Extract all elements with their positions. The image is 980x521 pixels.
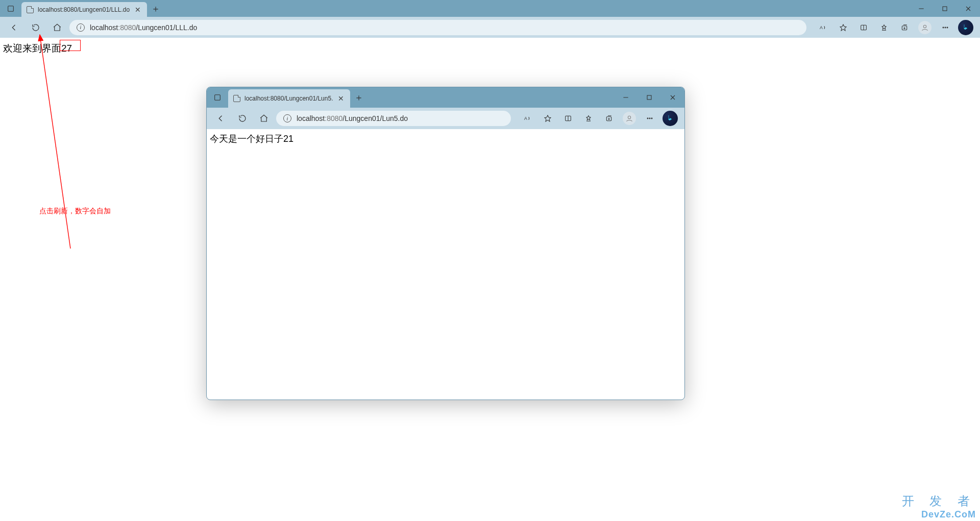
svg-line-20 [40,35,70,249]
url-text: localhost:8080/Lungcen01/Lun5.do [297,114,408,122]
svg-point-36 [628,116,630,118]
inner-page-content: 今天是一个好日子21 [207,129,684,148]
bing-button[interactable] [661,110,679,127]
watermark-en: DevZe.CoM [902,509,976,520]
svg-marker-6 [840,24,846,31]
bing-icon [958,20,973,35]
refresh-button[interactable] [233,110,252,127]
outer-tab[interactable]: localhost:8080/Lungcen01/LLL.do ✕ [21,2,147,17]
new-tab-button[interactable]: ＋ [147,0,164,17]
svg-rect-2 [943,7,947,11]
address-bar[interactable]: i localhost:8080/Lungcen01/LLL.do [69,20,806,35]
svg-point-15 [923,25,926,28]
site-info-icon[interactable]: i [283,114,291,122]
inner-window-controls [614,87,684,108]
site-info-icon[interactable]: i [77,23,85,32]
annotation-highlight-box [60,40,81,51]
svg-point-17 [945,27,946,28]
tab-actions-button[interactable] [0,0,21,17]
maximize-button[interactable] [933,0,957,17]
more-menu-icon[interactable] [641,110,659,127]
split-screen-icon[interactable] [559,110,577,127]
outer-page-content: 欢迎来到界面27 [0,38,980,59]
svg-point-37 [647,118,648,119]
svg-marker-30 [586,116,591,120]
minimize-button[interactable] [614,87,638,108]
favorites-list-icon[interactable] [579,110,598,127]
tab-title: localhost:8080/Lungcen01/Lun5. [244,95,333,102]
maximize-button[interactable] [638,87,661,108]
close-tab-icon[interactable]: ✕ [134,6,142,14]
bing-icon [663,111,678,126]
read-aloud-icon[interactable]: A [518,110,536,127]
read-aloud-icon[interactable]: A [814,19,832,36]
split-screen-icon[interactable] [854,19,873,36]
svg-point-38 [649,118,650,119]
svg-text:A: A [524,116,527,121]
favorite-icon[interactable] [834,19,852,36]
favorite-icon[interactable] [538,110,557,127]
home-button[interactable] [48,19,66,36]
inner-address-bar[interactable]: i localhost:8080/Lungcen01/Lun5.do [276,111,511,126]
svg-rect-0 [8,6,14,11]
window-controls [910,0,980,17]
page-icon [233,95,240,102]
outer-titlebar: localhost:8080/Lungcen01/LLL.do ✕ ＋ [0,0,980,17]
svg-marker-27 [545,115,551,121]
favorites-list-icon[interactable] [875,19,893,36]
annotation-text: 点击刷新，数字会自加 [39,207,111,216]
url-text: localhost:8080/Lungcen01/LLL.do [90,23,197,32]
window-close-button[interactable] [661,87,684,108]
more-menu-icon[interactable] [936,19,954,36]
profile-avatar[interactable] [620,110,639,127]
svg-point-39 [651,118,652,119]
svg-rect-23 [647,95,651,100]
refresh-button[interactable] [27,19,45,36]
bing-button[interactable] [957,19,975,36]
tab-title: localhost:8080/Lungcen01/LLL.do [38,6,130,13]
inner-tab[interactable]: localhost:8080/Lungcen01/Lun5. ✕ [228,89,350,108]
inner-new-tab-button[interactable]: ＋ [350,87,368,108]
svg-rect-21 [215,95,220,101]
page-heading: 今天是一个好日子21 [210,134,293,144]
inner-toolbar: i localhost:8080/Lungcen01/Lun5.do A [207,108,684,129]
svg-point-18 [947,27,948,28]
profile-avatar[interactable] [916,19,934,36]
watermark: 开 发 者 DevZe.CoM [902,493,976,520]
page-icon [27,6,34,13]
outer-toolbar: i localhost:8080/Lungcen01/LLL.do A [0,17,980,38]
minimize-button[interactable] [910,0,933,17]
collections-icon[interactable] [895,19,914,36]
inner-titlebar: localhost:8080/Lungcen01/Lun5. ✕ ＋ [207,87,684,108]
svg-marker-9 [882,24,886,29]
home-button[interactable] [255,110,273,127]
inner-browser-window: localhost:8080/Lungcen01/Lun5. ✕ ＋ i loc… [206,87,685,400]
inner-tab-actions-button[interactable] [207,87,228,108]
collections-icon[interactable] [600,110,618,127]
watermark-cn: 开 发 者 [902,493,976,509]
svg-text:A: A [820,25,823,30]
back-button[interactable] [5,19,23,36]
svg-point-16 [943,27,944,28]
window-close-button[interactable] [957,0,980,17]
close-tab-icon[interactable]: ✕ [337,94,345,103]
back-button[interactable] [212,110,230,127]
